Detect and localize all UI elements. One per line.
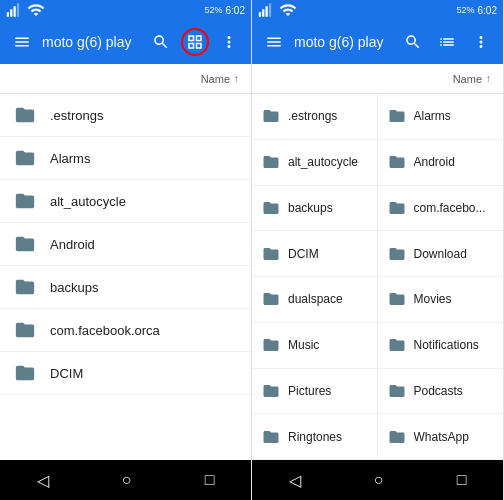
folder-icon	[388, 336, 406, 354]
grid-item[interactable]: com.facebo...	[378, 186, 504, 232]
list-item[interactable]: backups	[0, 266, 251, 309]
file-name: WhatsApp	[414, 430, 469, 444]
left-time: 6:02	[226, 5, 245, 16]
left-battery-pct: 52%	[205, 5, 223, 15]
folder-icon	[14, 104, 36, 126]
grid-item[interactable]: Alarms	[378, 94, 504, 140]
svg-rect-4	[259, 12, 261, 17]
right-sort-header: Name ↑	[252, 64, 503, 94]
right-status-bar: 52% 6:02	[252, 0, 503, 20]
right-more-icon[interactable]	[467, 28, 495, 56]
grid-item[interactable]: WhatsApp	[378, 414, 504, 460]
grid-item[interactable]: DCIM	[252, 231, 378, 277]
file-name: Notifications	[414, 338, 479, 352]
wifi-icon	[279, 1, 297, 19]
file-name: com.facebo...	[414, 201, 486, 215]
grid-item[interactable]: Music	[252, 323, 378, 369]
back-icon[interactable]: ◁	[37, 471, 49, 490]
svg-rect-1	[10, 9, 12, 17]
folder-icon	[262, 336, 280, 354]
svg-rect-0	[7, 12, 9, 17]
file-name: DCIM	[288, 247, 319, 261]
right-status-left	[258, 1, 297, 19]
list-item[interactable]: .estrongs	[0, 94, 251, 137]
right-toolbar: moto g(6) play	[252, 20, 503, 64]
svg-rect-7	[269, 3, 271, 17]
grid-item[interactable]: Notifications	[378, 323, 504, 369]
home-icon[interactable]: ○	[122, 471, 132, 489]
left-toolbar: moto g(6) play	[0, 20, 251, 64]
grid-item[interactable]: Android	[378, 140, 504, 186]
right-battery-pct: 52%	[457, 5, 475, 15]
grid-item[interactable]: Ringtones	[252, 414, 378, 460]
list-item[interactable]: Android	[0, 223, 251, 266]
left-sort-arrow: ↑	[234, 73, 239, 84]
grid-item[interactable]: Download	[378, 231, 504, 277]
grid-item[interactable]: backups	[252, 186, 378, 232]
folder-icon	[262, 428, 280, 446]
file-name: backups	[288, 201, 333, 215]
file-name: alt_autocycle	[50, 194, 126, 209]
grid-item[interactable]: .estrongs	[252, 94, 378, 140]
list-item[interactable]: DCIM	[0, 352, 251, 395]
right-status-right: 52% 6:02	[457, 5, 497, 16]
folder-icon	[14, 233, 36, 255]
file-name: Android	[414, 155, 455, 169]
back-icon[interactable]: ◁	[289, 471, 301, 490]
grid-item[interactable]: Podcasts	[378, 369, 504, 415]
home-icon[interactable]: ○	[374, 471, 384, 489]
left-sort-header: Name ↑	[0, 64, 251, 94]
right-file-grid: .estrongs Alarms alt_autocycle Android b…	[252, 94, 503, 460]
grid-item[interactable]: dualspace	[252, 277, 378, 323]
right-sort-arrow: ↑	[486, 73, 491, 84]
left-status-bar: 52% 6:02	[0, 0, 251, 20]
file-name: Music	[288, 338, 319, 352]
folder-icon	[262, 290, 280, 308]
folder-icon	[262, 245, 280, 263]
folder-icon	[262, 382, 280, 400]
list-item[interactable]: Alarms	[0, 137, 251, 180]
right-panel: 52% 6:02 moto g(6) play Name	[252, 0, 504, 500]
left-file-list: .estrongs Alarms alt_autocycle Android b…	[0, 94, 251, 460]
wifi-icon	[27, 1, 45, 19]
file-name: Movies	[414, 292, 452, 306]
svg-rect-5	[262, 9, 264, 17]
right-list-icon[interactable]	[433, 28, 461, 56]
right-sort-label: Name	[453, 73, 482, 85]
file-name: alt_autocycle	[288, 155, 358, 169]
folder-icon	[388, 153, 406, 171]
left-grid-icon[interactable]	[181, 28, 209, 56]
folder-icon	[388, 199, 406, 217]
folder-icon	[14, 276, 36, 298]
grid-item[interactable]: Pictures	[252, 369, 378, 415]
recent-icon[interactable]: □	[457, 471, 467, 489]
right-menu-icon[interactable]	[260, 28, 288, 56]
file-name: .estrongs	[288, 109, 337, 123]
right-search-icon[interactable]	[399, 28, 427, 56]
left-toolbar-title: moto g(6) play	[42, 34, 141, 50]
file-name: Podcasts	[414, 384, 463, 398]
list-item[interactable]: com.facebook.orca	[0, 309, 251, 352]
file-name: com.facebook.orca	[50, 323, 160, 338]
svg-rect-6	[266, 6, 268, 17]
file-name: Alarms	[414, 109, 451, 123]
file-name: Download	[414, 247, 467, 261]
grid-item[interactable]: alt_autocycle	[252, 140, 378, 186]
file-name: Pictures	[288, 384, 331, 398]
folder-icon	[262, 153, 280, 171]
file-name: Alarms	[50, 151, 90, 166]
folder-icon	[388, 107, 406, 125]
left-sort-label: Name	[201, 73, 230, 85]
folder-icon	[388, 428, 406, 446]
left-more-icon[interactable]	[215, 28, 243, 56]
folder-icon	[14, 147, 36, 169]
list-item[interactable]: alt_autocycle	[0, 180, 251, 223]
recent-icon[interactable]: □	[205, 471, 215, 489]
folder-icon	[388, 382, 406, 400]
grid-item[interactable]: Movies	[378, 277, 504, 323]
file-name: backups	[50, 280, 98, 295]
file-name: dualspace	[288, 292, 343, 306]
left-search-icon[interactable]	[147, 28, 175, 56]
left-menu-icon[interactable]	[8, 28, 36, 56]
left-status-left	[6, 1, 45, 19]
